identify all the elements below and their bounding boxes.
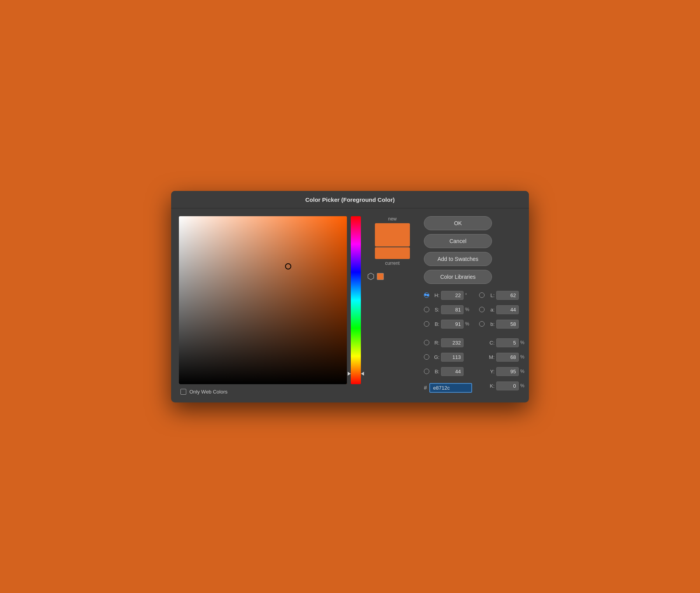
color-field-section: Only Web Colors (179, 216, 361, 395)
ok-button[interactable]: OK (424, 216, 492, 230)
blue-field-row: B: (424, 367, 472, 376)
blue-radio[interactable] (424, 369, 429, 374)
button-group: OK Cancel Add to Swatches Color Librarie… (424, 216, 527, 284)
color-field-wrapper (179, 216, 347, 384)
a-input[interactable] (496, 305, 519, 314)
saturation-input[interactable] (441, 305, 464, 314)
l-input[interactable] (496, 291, 519, 300)
color-picker-dialog: Color Picker (Foreground Color) (171, 191, 529, 402)
k-field-row: K: % (479, 381, 527, 390)
green-label: G: (431, 354, 439, 360)
hue-arrow-right (361, 372, 364, 376)
only-web-colors-row: Only Web Colors (179, 389, 361, 395)
m-unit: % (520, 354, 527, 360)
k-unit: % (520, 383, 527, 388)
green-radio[interactable] (424, 354, 429, 360)
l-field-row: L: (479, 291, 527, 300)
b-field-row: b: (479, 320, 527, 329)
current-color-label: current (385, 261, 399, 266)
red-field-row: R: (424, 338, 472, 347)
a-field-row: a: (479, 305, 527, 314)
color-libraries-button[interactable]: Color Libraries (424, 270, 492, 284)
add-to-swatches-button[interactable]: Add to Swatches (424, 252, 492, 266)
cancel-button[interactable]: Cancel (424, 234, 492, 248)
y-label: Y: (486, 369, 495, 374)
saturation-radio[interactable] (424, 307, 429, 312)
hue-field-row: H: ° (424, 291, 472, 300)
color-preview-section: new current ⬡ (367, 216, 418, 395)
hue-input[interactable] (441, 291, 464, 300)
m-label: M: (486, 354, 495, 360)
saturation-unit: % (465, 307, 471, 312)
color-area-group (179, 216, 361, 384)
hsb-rgb-fields: H: ° S: % (424, 291, 472, 393)
m-field-row: M: % (479, 353, 527, 362)
only-web-colors-checkbox[interactable] (180, 389, 186, 395)
c-field-row: C: % (479, 338, 527, 347)
l-radio[interactable] (479, 292, 485, 298)
green-field-row: G: (424, 353, 472, 362)
new-color-label: new (388, 216, 397, 222)
small-swatch[interactable] (377, 273, 384, 280)
hue-slider-wrapper (351, 216, 361, 384)
a-radio[interactable] (479, 307, 485, 312)
color-preview-area: new current (367, 216, 418, 267)
saturation-field-row: S: % (424, 305, 472, 314)
b-label: b: (486, 321, 495, 327)
m-input[interactable] (496, 353, 519, 362)
right-panel: OK Cancel Add to Swatches Color Librarie… (424, 216, 527, 395)
b-input[interactable] (496, 320, 519, 329)
y-input[interactable] (496, 367, 519, 376)
c-unit: % (520, 340, 527, 345)
k-label: K: (486, 383, 495, 389)
c-input[interactable] (496, 338, 519, 347)
hue-arrow-left (348, 372, 351, 376)
blue-input[interactable] (441, 367, 464, 376)
color-field-dark (179, 216, 347, 384)
saturation-label: S: (431, 307, 439, 313)
color-saturation-field[interactable] (179, 216, 347, 384)
hue-slider[interactable] (351, 216, 361, 384)
swatch-icons-row: ⬡ (367, 271, 418, 282)
hex-hash: # (424, 385, 427, 391)
only-web-colors-label[interactable]: Only Web Colors (189, 389, 228, 395)
hue-radio[interactable] (424, 292, 429, 298)
y-field-row: Y: % (479, 367, 527, 376)
red-input[interactable] (441, 338, 464, 347)
new-color-preview (375, 223, 410, 247)
k-input[interactable] (496, 381, 519, 390)
brightness-unit: % (465, 321, 471, 327)
hue-unit: ° (465, 292, 471, 298)
dialog-title: Color Picker (Foreground Color) (305, 196, 395, 203)
brightness-label: B: (431, 321, 439, 327)
color-fields: H: ° S: % (424, 291, 527, 393)
dialog-titlebar: Color Picker (Foreground Color) (171, 191, 529, 208)
red-radio[interactable] (424, 340, 429, 345)
dialog-content: Only Web Colors new current ⬡ OK Cancel … (171, 208, 529, 402)
green-input[interactable] (441, 353, 464, 362)
brightness-field-row: B: % (424, 320, 472, 329)
hex-input[interactable] (429, 383, 472, 393)
lab-cmyk-fields: L: a: b: (479, 291, 527, 393)
hex-row: # (424, 383, 472, 393)
c-label: C: (486, 340, 495, 346)
a-label: a: (486, 307, 495, 313)
b-radio[interactable] (479, 321, 485, 327)
current-color-preview[interactable] (375, 247, 410, 259)
y-unit: % (520, 369, 527, 374)
brightness-radio[interactable] (424, 321, 429, 327)
cube-icon[interactable]: ⬡ (367, 271, 374, 282)
l-label: L: (486, 292, 495, 298)
brightness-input[interactable] (441, 320, 464, 329)
two-col-fields: H: ° S: % (424, 291, 527, 393)
red-label: R: (431, 340, 439, 346)
blue-label: B: (431, 369, 439, 374)
hue-label: H: (431, 292, 439, 298)
